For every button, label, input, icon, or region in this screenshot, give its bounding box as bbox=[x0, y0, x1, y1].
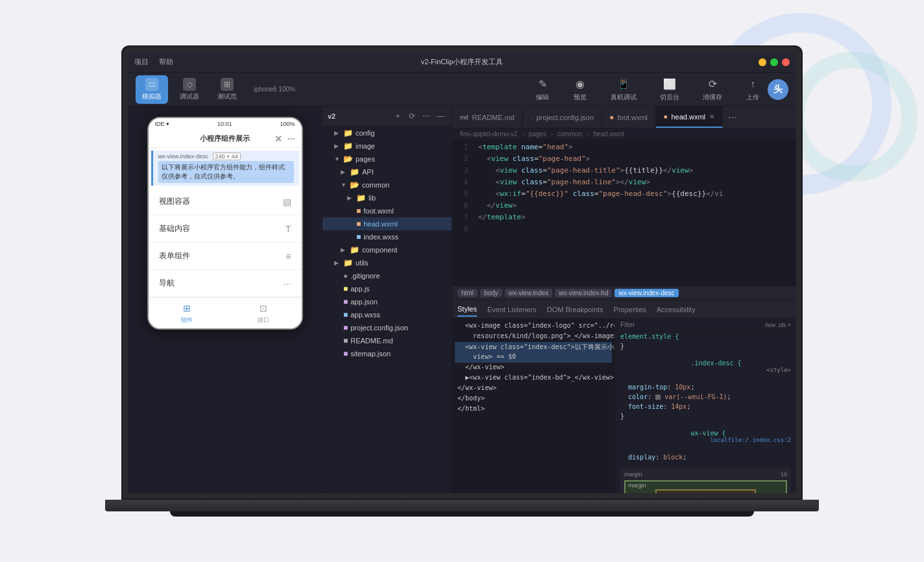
background-action[interactable]: ⬜ 切后台 bbox=[655, 75, 685, 104]
file-tree-add[interactable]: + bbox=[392, 110, 404, 122]
tree-file-projectconfig[interactable]: ■ project.config.json bbox=[322, 321, 452, 334]
main-toolbar: □ 模拟器 ◇ 调试器 ⊞ 测试范 iphone6 100% ✎ bbox=[128, 73, 796, 106]
html-tag-index[interactable]: wx-view.index bbox=[505, 289, 553, 297]
simulator-button[interactable]: □ 模拟器 bbox=[136, 75, 168, 104]
event-listeners-tab[interactable]: Event Listeners bbox=[487, 303, 537, 316]
file-icon: ■ bbox=[343, 310, 348, 319]
phone-status-left: IDE ▾ bbox=[155, 121, 170, 127]
css-property-font-size: font-size: 14px; bbox=[615, 402, 796, 411]
tab-more-button[interactable]: ··· bbox=[723, 112, 742, 123]
css-rule-index-desc-close: } bbox=[615, 411, 796, 421]
tab-project-config[interactable]: · project.config.json bbox=[523, 106, 602, 128]
styles-tab[interactable]: Styles bbox=[457, 302, 477, 317]
list-item[interactable]: 基础内容 T bbox=[149, 215, 302, 243]
tree-folder-image[interactable]: ▶ 📁 image bbox=[322, 140, 452, 153]
file-tree-collapse[interactable]: — bbox=[435, 110, 446, 122]
devtools-panel: html body wx-view.index wx-view.index-hd… bbox=[452, 286, 796, 493]
preview-action[interactable]: ◉ 预览 bbox=[568, 75, 592, 104]
tree-folder-lib[interactable]: ▶ 📁 lib bbox=[322, 191, 452, 204]
tree-folder-api[interactable]: ▶ 📁 API bbox=[322, 165, 452, 178]
phone-preview-panel: IDE ▾ 10:01 100% 小程序组件展示 ··· ✕ bbox=[128, 106, 322, 493]
menu-help[interactable]: 帮助 bbox=[159, 57, 173, 67]
html-tag-body[interactable]: body bbox=[480, 289, 502, 297]
tree-file-appjson[interactable]: ■ app.json bbox=[322, 295, 452, 308]
tree-file-head-wxml[interactable]: ■ head.wxml bbox=[322, 217, 452, 230]
html-tag-index-hd[interactable]: wx-view.index-hd bbox=[555, 289, 612, 297]
tree-file-appwxss[interactable]: ■ app.wxss bbox=[322, 308, 452, 321]
tree-file-foot-wxml[interactable]: ■ foot.wxml bbox=[322, 204, 452, 217]
list-item[interactable]: 导航 ··· bbox=[149, 270, 302, 297]
folder-icon: 📁 bbox=[356, 193, 366, 202]
tab-readme-icon: md bbox=[460, 114, 468, 121]
phone-tab-bar: ⊞ 组件 ⊡ 接口 bbox=[149, 297, 302, 328]
menu-project[interactable]: 项目 bbox=[134, 57, 149, 67]
folder-icon: 📁 bbox=[350, 167, 359, 177]
devtools-tabs: Styles Event Listeners DOM Breakpoints P… bbox=[452, 300, 796, 319]
device-debug-action[interactable]: 📱 真机调试 bbox=[605, 75, 642, 104]
dom-breakpoints-tab[interactable]: DOM Breakpoints bbox=[547, 303, 603, 316]
file-icon: ■ bbox=[343, 336, 348, 345]
tab-head-wxml[interactable]: ■ head.wxml ✕ bbox=[656, 106, 723, 128]
code-line-5: 5 <wx:if="{{desc}}" class="page-head-des… bbox=[452, 189, 796, 201]
tree-folder-pages[interactable]: ▼ 📂 pages bbox=[322, 153, 452, 165]
filter-input[interactable] bbox=[620, 321, 760, 328]
maximize-button[interactable] bbox=[770, 58, 778, 66]
folder-icon: 📁 bbox=[343, 128, 353, 138]
debugger-button[interactable]: ◇ 调试器 bbox=[173, 75, 206, 104]
clear-icon: ⟳ bbox=[705, 77, 720, 92]
phone-tab-interface[interactable]: ⊡ 接口 bbox=[225, 302, 302, 324]
upload-icon: ↑ bbox=[746, 77, 760, 92]
phone-status-bar: IDE ▾ 10:01 100% bbox=[149, 118, 302, 130]
list-item[interactable]: 表单组件 ≡ bbox=[149, 243, 302, 270]
editor-breadcrumb: fino-applet-demo-v2 › pages › common › h… bbox=[452, 128, 796, 140]
accessibility-tab[interactable]: Accessibility bbox=[657, 303, 696, 316]
html-tree-line: </wx-view> bbox=[455, 363, 612, 373]
tree-file-index-wxss[interactable]: ■ index.wxss bbox=[322, 230, 452, 243]
tab-foot-wxml[interactable]: ■ foot.wxml bbox=[602, 106, 656, 128]
tab-readme[interactable]: md README.md bbox=[452, 106, 523, 128]
tree-file-readme[interactable]: ■ README.md bbox=[322, 334, 452, 347]
file-tree-more[interactable]: ⋯ bbox=[420, 110, 432, 122]
file-tree-refresh[interactable]: ⟳ bbox=[406, 110, 418, 122]
tree-file-sitemap[interactable]: ■ sitemap.json bbox=[322, 347, 452, 360]
test-button[interactable]: ⊞ 测试范 bbox=[211, 75, 243, 104]
phone-nav-more[interactable]: ··· bbox=[287, 134, 295, 144]
html-tree-line: resources/kind/logo.png">_</wx-image> bbox=[455, 332, 612, 342]
phone-nav-bar: 小程序组件展示 ··· ✕ bbox=[149, 130, 302, 148]
laptop-bezel: 项目 帮助 v2-FinClip小程序开发工具 □ 模拟器 bbox=[121, 45, 803, 500]
close-button[interactable] bbox=[782, 58, 790, 66]
html-tree-line-selected: view> == $0 bbox=[455, 352, 612, 363]
code-line-7: 7 </template> bbox=[452, 213, 796, 225]
html-tag-index-desc[interactable]: wx-view.index-desc bbox=[614, 289, 678, 297]
tree-folder-component[interactable]: ▶ 📁 component bbox=[322, 243, 452, 256]
tree-folder-utils[interactable]: ▶ 📁 utils bbox=[322, 256, 452, 269]
tree-file-gitignore[interactable]: ● .gitignore bbox=[322, 269, 452, 282]
list-item[interactable]: 视图容器 ▤ bbox=[149, 188, 302, 215]
code-editor[interactable]: 1 <template name="head"> 2 <view class="… bbox=[452, 140, 796, 286]
title-bar-menu: 项目 帮助 bbox=[134, 57, 173, 67]
tab-head-icon: ■ bbox=[664, 114, 667, 120]
clear-cache-action[interactable]: ⟳ 清缓存 bbox=[698, 75, 727, 104]
device-icon: 📱 bbox=[616, 77, 631, 92]
properties-tab[interactable]: Properties bbox=[614, 303, 646, 316]
phone-nav-close[interactable]: ✕ bbox=[274, 134, 282, 144]
pseudo-filter[interactable]: :hov .cls + bbox=[764, 322, 791, 328]
phone-info: iphone6 100% bbox=[254, 86, 295, 93]
tab-foot-icon: ■ bbox=[610, 114, 613, 121]
upload-action[interactable]: ↑ 上传 bbox=[740, 75, 765, 104]
edit-action[interactable]: ✎ 编辑 bbox=[530, 75, 555, 104]
folder-icon: 📁 bbox=[343, 258, 353, 267]
html-tree[interactable]: <wx-image class="index-logo" src="../res… bbox=[452, 319, 614, 493]
user-avatar[interactable]: 头 bbox=[768, 79, 788, 100]
phone-tab-component[interactable]: ⊞ 组件 bbox=[149, 302, 225, 324]
tab-component-icon: ⊞ bbox=[180, 302, 193, 315]
file-icon: ■ bbox=[343, 297, 348, 306]
debugger-icon: ◇ bbox=[183, 78, 196, 91]
tree-folder-common[interactable]: ▼ 📂 common bbox=[322, 178, 452, 191]
tab-close-icon[interactable]: ✕ bbox=[709, 113, 714, 120]
html-tag-html[interactable]: html bbox=[457, 289, 478, 297]
tree-file-appjs[interactable]: ■ app.js bbox=[322, 282, 452, 295]
tree-folder-config[interactable]: ▶ 📁 config bbox=[322, 127, 452, 140]
highlight-size-badge: 240 × 44 bbox=[213, 153, 241, 160]
minimize-button[interactable] bbox=[759, 58, 766, 66]
